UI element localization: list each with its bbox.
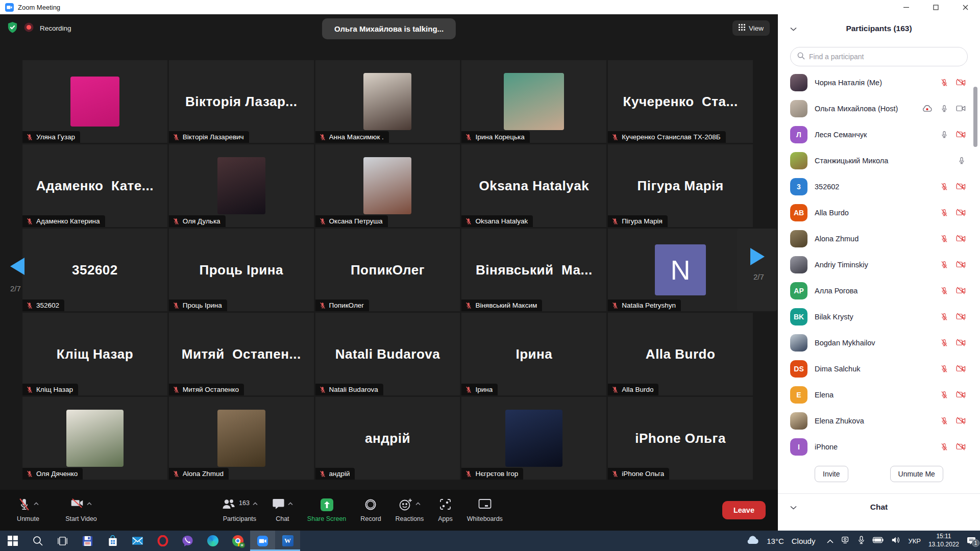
video-tile[interactable]: Митяй Остапен...Митяй Остапенко (169, 313, 314, 395)
participant-row[interactable]: Elena Zhukova (778, 408, 980, 434)
video-tile[interactable]: Уляна Гузар (22, 60, 167, 143)
video-tile[interactable]: Пігура МаріяПігура Марія (608, 144, 753, 227)
battery-icon[interactable] (872, 536, 884, 545)
apps-button[interactable]: Apps (438, 498, 453, 522)
video-tile[interactable]: Оля Дулька (169, 144, 314, 227)
video-tile[interactable]: Вінявський Ма...Вінявський Максим (461, 229, 606, 311)
video-tile[interactable]: NNatalia Petryshyn (608, 229, 753, 311)
video-tile[interactable]: Alla BurdoAlla Burdo (608, 313, 753, 395)
chevron-up-icon[interactable] (87, 500, 92, 507)
chat-button[interactable]: Chat (272, 498, 293, 522)
windows-taskbar: HW 13°C Cloudy УКР 15:11 13.10.2022 1 (0, 531, 980, 551)
video-tile[interactable]: Анна Максимюк . (315, 60, 460, 143)
video-tile[interactable]: Ірина Корецька (461, 60, 606, 143)
chevron-up-icon[interactable] (415, 500, 421, 507)
previous-page-control[interactable]: 2/7 (10, 258, 24, 293)
language-indicator[interactable]: УКР (908, 537, 921, 545)
participant-name: Bilak Krysty (815, 313, 853, 321)
unmute-button[interactable]: Unmute (8, 498, 48, 522)
share-screen-button[interactable]: Share Screen (307, 498, 346, 522)
video-tile[interactable]: Оксана Петруша (315, 144, 460, 227)
weather-cloud-icon[interactable] (746, 536, 759, 546)
chevron-up-icon[interactable] (34, 500, 39, 507)
participants-button[interactable]: 163Participants (222, 498, 258, 522)
leave-button[interactable]: Leave (722, 501, 766, 519)
participant-row[interactable]: ЛЛеся Семанчук (778, 121, 980, 147)
next-page-control[interactable]: 2/7 (737, 229, 777, 311)
hidden-icons-chevron-icon[interactable] (827, 536, 834, 545)
invite-button[interactable]: Invite (815, 466, 848, 482)
video-tile[interactable]: Вікторія Лазар...Вікторія Лазаревич (169, 60, 314, 143)
video-tile[interactable]: ІринаІрина (461, 313, 606, 395)
reactions-button[interactable]: Reactions (396, 498, 424, 522)
video-tile[interactable]: Alona Zhmud (169, 397, 314, 480)
taskbar-chrome-button[interactable]: H (225, 531, 250, 551)
taskbar-file-manager-button[interactable] (75, 531, 100, 551)
video-tile[interactable]: Кучеренко Ста...Кучеренко Станислав ТХ-2… (608, 60, 753, 143)
weather-temp[interactable]: 13°C (767, 537, 784, 545)
chevron-up-icon[interactable] (288, 500, 293, 507)
tray-microphone-icon[interactable] (858, 536, 865, 546)
previous-page-arrow-icon[interactable] (10, 258, 24, 275)
start-video-button[interactable]: Start Video (61, 498, 101, 522)
scrollbar-thumb[interactable] (973, 87, 977, 147)
clock[interactable]: 15:11 13.10.2022 (928, 533, 959, 548)
chevron-down-icon[interactable] (790, 503, 797, 512)
taskbar-edge-button[interactable] (200, 531, 225, 551)
chevron-up-icon[interactable] (253, 500, 258, 507)
participant-row[interactable]: Станжицький Микола (778, 147, 980, 173)
video-tile[interactable]: Нєгрєтов Ігор (461, 397, 606, 480)
taskbar-task-view-button[interactable] (50, 531, 75, 551)
video-tile[interactable]: Кліщ НазарКліщ Назар (22, 313, 167, 395)
search-input[interactable] (809, 53, 961, 61)
taskbar-viber-button[interactable] (175, 531, 200, 551)
participant-row[interactable]: Andriy Timinskiy (778, 252, 980, 278)
participant-row[interactable]: DSDima Salchuk (778, 356, 980, 382)
speaker-icon[interactable] (891, 536, 900, 546)
camera-off-icon (70, 498, 84, 508)
action-center-icon[interactable]: 1 (967, 537, 976, 545)
apps-icon (439, 498, 452, 511)
view-button[interactable]: View (732, 20, 770, 36)
unmute-me-button[interactable]: Unmute Me (890, 466, 943, 482)
recording-indicator-icon[interactable] (24, 22, 34, 34)
participant-row[interactable]: АРАлла Рогова (778, 278, 980, 304)
participant-row[interactable]: Ольга Михайлова (Host) (778, 95, 980, 121)
taskbar-mail-button[interactable] (125, 531, 150, 551)
video-tile[interactable]: Проць ІринаПроць Ірина (169, 229, 314, 311)
video-tile[interactable]: Оля Дяченко (22, 397, 167, 480)
participant-row[interactable]: Bogdan Mykhailov (778, 330, 980, 356)
participant-row[interactable]: ABAlla Burdo (778, 199, 980, 226)
taskbar-store-button[interactable] (100, 531, 125, 551)
whiteboards-button[interactable]: Whiteboards (467, 498, 503, 522)
participant-row[interactable]: BKBilak Krysty (778, 304, 980, 330)
video-tile[interactable]: 352602352602 (22, 229, 167, 311)
chevron-down-icon[interactable] (790, 24, 797, 33)
taskbar-word-button[interactable]: W (275, 531, 300, 551)
close-button[interactable] (950, 0, 980, 14)
participant-search-box[interactable] (790, 47, 968, 66)
weather-condition[interactable]: Cloudy (792, 537, 816, 545)
video-tile[interactable]: ПопикОлегПопикОлег (315, 229, 460, 311)
minimize-button[interactable] (891, 0, 921, 14)
security-shield-icon[interactable] (7, 21, 18, 35)
video-tile[interactable]: Адаменко Кате...Адаменко Катерина (22, 144, 167, 227)
video-tile[interactable]: Natali BudarovaNatali Budarova (315, 313, 460, 395)
participant-row[interactable]: Чорна Наталія (Me) (778, 69, 980, 95)
taskbar-opera-button[interactable] (150, 531, 175, 551)
participant-row[interactable]: Alona Zhmud (778, 226, 980, 252)
panel-scrollbar[interactable] (973, 57, 977, 516)
taskbar-start-button[interactable] (0, 531, 25, 551)
maximize-button[interactable] (921, 0, 950, 14)
participant-row[interactable]: IiPhone (778, 434, 980, 460)
video-tile[interactable]: Oksana HatalyakOksana Hatalyak (461, 144, 606, 227)
next-page-arrow-icon[interactable] (750, 248, 765, 265)
taskbar-search-button[interactable] (25, 531, 50, 551)
record-button[interactable]: Record (360, 498, 381, 522)
taskbar-zoom-app-button[interactable] (250, 531, 275, 551)
participant-row[interactable]: 3352602 (778, 173, 980, 199)
tray-camera-icon[interactable] (841, 536, 850, 546)
video-tile[interactable]: iPhone ОльгаiPhone Ольга (608, 397, 753, 480)
video-tile[interactable]: андрійандрій (315, 397, 460, 480)
participant-row[interactable]: EElena (778, 382, 980, 408)
